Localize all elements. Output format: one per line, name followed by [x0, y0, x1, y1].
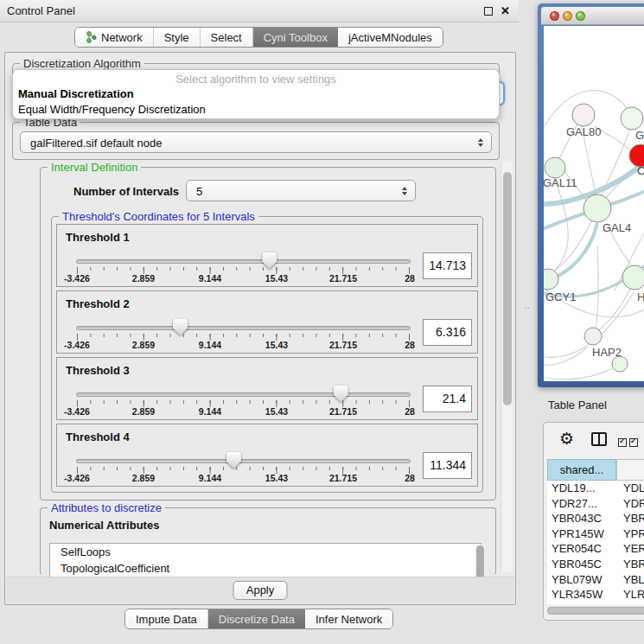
cell-name[interactable]: YDR2 [616, 496, 644, 512]
network-node[interactable] [544, 269, 558, 290]
cell-shared-name[interactable]: YDR27... [547, 496, 616, 512]
table-row[interactable]: YBR043CYBR0 [547, 511, 644, 526]
table-row[interactable]: YER054CYER0 [547, 541, 644, 557]
table-row[interactable]: YDR27...YDR2 [547, 496, 644, 512]
settings-scrollbar-thumb[interactable] [503, 172, 512, 405]
threshold-row: -3.4262.8599.14415.4321.71528 11.344 [62, 445, 472, 485]
threshold-value-field[interactable]: 6.316 [423, 319, 472, 346]
tick-label: 21.715 [329, 406, 357, 417]
table-row[interactable]: YDL19...YDL1 [547, 481, 644, 496]
column-header-name[interactable]: n [616, 459, 644, 481]
close-traffic-light-icon[interactable] [550, 11, 559, 21]
tab-select[interactable]: Select [200, 28, 252, 47]
cell-name[interactable]: YLR3 [616, 587, 644, 603]
table-panel-title: Table Panel [548, 399, 607, 411]
gear-icon[interactable]: ⚙ [559, 429, 574, 449]
cell-name[interactable]: YIL0 [616, 603, 644, 604]
cell-name[interactable]: YBR0 [616, 557, 644, 572]
table-row[interactable]: YPR145WYPR1 [547, 526, 644, 542]
node-label: GAL80 [566, 125, 601, 138]
tick-label: 2.859 [132, 273, 155, 284]
threshold-slider[interactable]: -3.4262.8599.14415.4321.71528 [76, 445, 411, 485]
tab-infer-network[interactable]: Infer Network [305, 609, 392, 628]
tab-jactivemnodules[interactable]: jActiveMNodules [338, 28, 443, 47]
network-node[interactable] [583, 194, 611, 222]
cell-shared-name[interactable]: YBL079W [547, 572, 616, 588]
tab-discretize-data[interactable]: Discretize Data [207, 609, 305, 628]
tab-label: Discretize Data [219, 613, 295, 626]
cell-name[interactable]: YBR0 [616, 511, 644, 526]
attribute-list-item[interactable]: TopologicalCoefficient [50, 560, 481, 577]
cell-shared-name[interactable]: YPR145W [547, 526, 616, 542]
cell-shared-name[interactable]: YIL053C [547, 603, 616, 604]
cell-name[interactable]: YPR1 [616, 526, 644, 542]
table-row[interactable]: YIL053CYIL0 [547, 603, 644, 604]
algorithm-group-label: Discretization Algorithm [20, 57, 144, 70]
algorithm-dropdown-popup: Select algorithm to view settings Manual… [12, 69, 500, 119]
cell-shared-name[interactable]: YBR043C [547, 511, 616, 526]
checkbox-icons[interactable] [618, 435, 641, 450]
network-node[interactable] [584, 328, 602, 345]
num-intervals-value: 5 [196, 184, 202, 197]
minimize-traffic-light-icon[interactable] [563, 11, 572, 21]
slider-track[interactable] [76, 259, 411, 264]
table-horizontal-scrollbar[interactable] [546, 606, 644, 615]
cell-shared-name[interactable]: YBR045C [547, 557, 616, 572]
num-intervals-combobox[interactable]: 5 [186, 180, 416, 201]
splitter-drag-handle-icon[interactable] [525, 307, 530, 309]
threshold-slider[interactable]: -3.4262.8599.14415.4321.71528 [76, 379, 411, 418]
network-window-titlebar[interactable] [541, 7, 644, 25]
slider-track[interactable] [76, 326, 411, 330]
dropdown-placeholder: Select algorithm to view settings [13, 73, 499, 86]
cell-shared-name[interactable]: YER054C [547, 541, 616, 557]
cell-name[interactable]: YER0 [616, 541, 644, 557]
slider-track[interactable] [76, 392, 411, 397]
threshold-value-field[interactable]: 21.4 [423, 386, 472, 412]
network-node[interactable] [621, 107, 643, 130]
column-header-shared-name[interactable]: shared... [547, 459, 616, 481]
threshold-value-field[interactable]: 11.344 [423, 452, 472, 479]
tick-label: 15.43 [265, 473, 288, 483]
tab-style[interactable]: Style [153, 28, 200, 47]
cell-name[interactable]: YDL1 [616, 481, 644, 496]
table-row[interactable]: YBL079WYBL0 [547, 572, 644, 588]
tick-label: 9.144 [199, 406, 221, 417]
dropdown-option-manual[interactable]: Manual Discretization [18, 87, 134, 100]
right-region: GAL80G.CGAL11GAL4GCY1HHAP2 Table Panel ⚙… [519, 0, 644, 644]
network-node[interactable] [622, 265, 644, 290]
column-layout-icon[interactable] [591, 432, 607, 446]
node-table[interactable]: shared... n YDL19...YDL1YDR27...YDR2YBR0… [547, 459, 644, 604]
network-view-window[interactable]: GAL80G.CGAL11GAL4GCY1HHAP2 [538, 3, 644, 387]
settings-scrollbar-track[interactable] [501, 162, 513, 571]
threshold-value-field[interactable]: 14.713 [423, 252, 472, 279]
close-icon[interactable]: ✕ [501, 4, 510, 17]
cell-shared-name[interactable]: YDL19... [547, 481, 616, 496]
cell-name[interactable]: YBL0 [616, 572, 644, 588]
threshold-box: Threshold 1 -3.4262.8599.14415.4321.7152… [56, 224, 478, 287]
tab-label: Select [211, 31, 242, 44]
threshold-slider[interactable]: -3.4262.8599.14415.4321.71528 [76, 245, 411, 285]
network-node[interactable] [545, 157, 565, 178]
tab-impute-data[interactable]: Impute Data [125, 609, 207, 628]
dropdown-option-equal-width[interactable]: Equal Width/Frequency Discretization [18, 103, 206, 116]
tick-label: 15.43 [265, 340, 288, 350]
table-data-combobox[interactable]: galFiltered.sif default node [20, 131, 492, 153]
tab-network[interactable]: Network [75, 28, 153, 47]
tab-cyni-toolbox[interactable]: Cyni Toolbox [252, 28, 338, 47]
top-tab-bar: NetworkStyleSelectCyni ToolboxjActiveMNo… [74, 27, 443, 48]
cell-shared-name[interactable]: YLR345W [547, 587, 616, 603]
float-window-icon[interactable] [484, 7, 493, 16]
zoom-traffic-light-icon[interactable] [576, 11, 585, 21]
table-row[interactable]: YLR345WYLR3 [547, 587, 644, 603]
threshold-slider[interactable]: -3.4262.8599.14415.4321.71528 [76, 312, 411, 352]
table-row[interactable]: YBR045CYBR0 [547, 557, 644, 572]
slider-track[interactable] [76, 459, 411, 463]
network-node[interactable] [572, 104, 595, 126]
apply-button[interactable]: Apply [233, 581, 288, 600]
network-canvas[interactable]: GAL80G.CGAL11GAL4GCY1HHAP2 [544, 26, 644, 381]
thresholds-groupbox: Threshold's Coordinates for 5 Intervals … [51, 216, 483, 493]
thresholds-group-label: Threshold's Coordinates for 5 Intervals [59, 210, 258, 223]
interval-definition-groupbox: Interval Definition Number of Intervals … [40, 167, 496, 501]
attribute-list-item[interactable]: SelfLoops [50, 544, 481, 560]
control-panel-titlebar: Control Panel ✕ [0, 0, 519, 22]
